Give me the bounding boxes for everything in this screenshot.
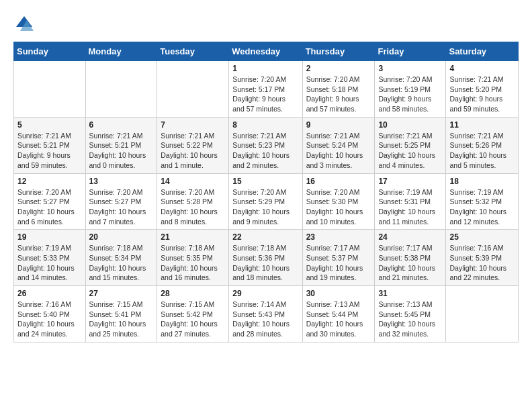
calendar-week-1: 1Sunrise: 7:20 AM Sunset: 5:17 PM Daylig… — [14, 61, 519, 118]
calendar-day-3: 3Sunrise: 7:20 AM Sunset: 5:19 PM Daylig… — [375, 61, 446, 118]
day-number: 6 — [89, 120, 154, 130]
day-number: 16 — [306, 177, 371, 186]
calendar-day-15: 15Sunrise: 7:20 AM Sunset: 5:29 PM Dayli… — [229, 173, 302, 230]
calendar-day-23: 23Sunrise: 7:17 AM Sunset: 5:37 PM Dayli… — [302, 230, 375, 286]
calendar-day-19: 19Sunrise: 7:19 AM Sunset: 5:33 PM Dayli… — [14, 230, 86, 286]
day-number: 25 — [449, 232, 515, 242]
calendar-empty-cell — [446, 286, 519, 342]
day-info: Sunrise: 7:18 AM Sunset: 5:34 PM Dayligh… — [89, 243, 154, 283]
day-info: Sunrise: 7:20 AM Sunset: 5:19 PM Dayligh… — [378, 75, 442, 114]
day-number: 13 — [89, 177, 154, 186]
calendar-day-27: 27Sunrise: 7:15 AM Sunset: 5:41 PM Dayli… — [85, 286, 157, 342]
day-info: Sunrise: 7:14 AM Sunset: 5:43 PM Dayligh… — [232, 300, 298, 339]
calendar-day-18: 18Sunrise: 7:19 AM Sunset: 5:32 PM Dayli… — [446, 173, 519, 230]
calendar-day-17: 17Sunrise: 7:19 AM Sunset: 5:31 PM Dayli… — [375, 173, 446, 230]
day-info: Sunrise: 7:17 AM Sunset: 5:37 PM Dayligh… — [306, 243, 371, 283]
day-number: 29 — [232, 289, 298, 298]
day-info: Sunrise: 7:21 AM Sunset: 5:24 PM Dayligh… — [306, 131, 371, 171]
calendar-day-4: 4Sunrise: 7:21 AM Sunset: 5:20 PM Daylig… — [446, 61, 519, 118]
day-info: Sunrise: 7:20 AM Sunset: 5:17 PM Dayligh… — [232, 75, 298, 114]
weekday-header-tuesday: Tuesday — [157, 42, 229, 61]
calendar-day-6: 6Sunrise: 7:21 AM Sunset: 5:21 PM Daylig… — [85, 117, 157, 173]
day-info: Sunrise: 7:20 AM Sunset: 5:29 PM Dayligh… — [232, 187, 298, 227]
calendar-week-4: 19Sunrise: 7:19 AM Sunset: 5:33 PM Dayli… — [14, 230, 519, 286]
day-number: 14 — [161, 177, 225, 186]
day-info: Sunrise: 7:20 AM Sunset: 5:27 PM Dayligh… — [89, 187, 154, 227]
day-number: 9 — [306, 120, 371, 130]
day-info: Sunrise: 7:21 AM Sunset: 5:26 PM Dayligh… — [449, 131, 515, 171]
day-info: Sunrise: 7:15 AM Sunset: 5:42 PM Dayligh… — [161, 300, 225, 339]
weekday-header-thursday: Thursday — [302, 42, 375, 61]
day-number: 21 — [161, 232, 225, 242]
weekday-header-saturday: Saturday — [446, 42, 519, 61]
calendar-empty-cell — [157, 61, 229, 118]
calendar-day-29: 29Sunrise: 7:14 AM Sunset: 5:43 PM Dayli… — [229, 286, 302, 342]
day-info: Sunrise: 7:20 AM Sunset: 5:28 PM Dayligh… — [161, 187, 225, 227]
day-info: Sunrise: 7:19 AM Sunset: 5:33 PM Dayligh… — [17, 243, 82, 283]
day-number: 23 — [306, 232, 371, 242]
day-info: Sunrise: 7:21 AM Sunset: 5:21 PM Dayligh… — [17, 131, 82, 171]
calendar-day-30: 30Sunrise: 7:13 AM Sunset: 5:44 PM Dayli… — [302, 286, 375, 342]
day-number: 2 — [306, 64, 371, 73]
calendar-table: SundayMondayTuesdayWednesdayThursdayFrid… — [13, 42, 519, 342]
logo — [13, 13, 38, 35]
day-info: Sunrise: 7:21 AM Sunset: 5:25 PM Dayligh… — [378, 131, 442, 171]
weekday-header-sunday: Sunday — [14, 42, 86, 61]
day-number: 7 — [161, 120, 225, 130]
calendar-day-5: 5Sunrise: 7:21 AM Sunset: 5:21 PM Daylig… — [14, 117, 86, 173]
day-number: 27 — [89, 289, 154, 298]
day-number: 5 — [17, 120, 82, 130]
day-info: Sunrise: 7:18 AM Sunset: 5:35 PM Dayligh… — [161, 243, 225, 283]
calendar-week-2: 5Sunrise: 7:21 AM Sunset: 5:21 PM Daylig… — [14, 117, 519, 173]
calendar-day-24: 24Sunrise: 7:17 AM Sunset: 5:38 PM Dayli… — [375, 230, 446, 286]
day-info: Sunrise: 7:16 AM Sunset: 5:39 PM Dayligh… — [449, 243, 515, 283]
day-number: 30 — [306, 289, 371, 298]
day-info: Sunrise: 7:15 AM Sunset: 5:41 PM Dayligh… — [89, 300, 154, 339]
day-number: 10 — [378, 120, 442, 130]
weekday-header-row: SundayMondayTuesdayWednesdayThursdayFrid… — [14, 42, 519, 61]
day-number: 4 — [449, 64, 515, 73]
day-info: Sunrise: 7:17 AM Sunset: 5:38 PM Dayligh… — [378, 243, 442, 283]
day-number: 19 — [17, 232, 82, 242]
weekday-header-wednesday: Wednesday — [229, 42, 302, 61]
calendar-day-16: 16Sunrise: 7:20 AM Sunset: 5:30 PM Dayli… — [302, 173, 375, 230]
calendar-empty-cell — [14, 61, 86, 118]
calendar-day-28: 28Sunrise: 7:15 AM Sunset: 5:42 PM Dayli… — [157, 286, 229, 342]
day-info: Sunrise: 7:13 AM Sunset: 5:45 PM Dayligh… — [378, 300, 442, 339]
day-info: Sunrise: 7:21 AM Sunset: 5:23 PM Dayligh… — [232, 131, 298, 171]
day-number: 8 — [232, 120, 298, 130]
calendar-day-25: 25Sunrise: 7:16 AM Sunset: 5:39 PM Dayli… — [446, 230, 519, 286]
day-info: Sunrise: 7:20 AM Sunset: 5:27 PM Dayligh… — [17, 187, 82, 227]
calendar-week-5: 26Sunrise: 7:16 AM Sunset: 5:40 PM Dayli… — [14, 286, 519, 342]
calendar-day-21: 21Sunrise: 7:18 AM Sunset: 5:35 PM Dayli… — [157, 230, 229, 286]
calendar-day-11: 11Sunrise: 7:21 AM Sunset: 5:26 PM Dayli… — [446, 117, 519, 173]
day-number: 31 — [378, 289, 442, 298]
calendar-day-20: 20Sunrise: 7:18 AM Sunset: 5:34 PM Dayli… — [85, 230, 157, 286]
day-number: 20 — [89, 232, 154, 242]
day-info: Sunrise: 7:20 AM Sunset: 5:30 PM Dayligh… — [306, 187, 371, 227]
day-info: Sunrise: 7:19 AM Sunset: 5:32 PM Dayligh… — [449, 187, 515, 227]
weekday-header-monday: Monday — [85, 42, 157, 61]
day-info: Sunrise: 7:21 AM Sunset: 5:20 PM Dayligh… — [449, 75, 515, 114]
day-info: Sunrise: 7:19 AM Sunset: 5:31 PM Dayligh… — [378, 187, 442, 227]
weekday-header-friday: Friday — [375, 42, 446, 61]
calendar-day-2: 2Sunrise: 7:20 AM Sunset: 5:18 PM Daylig… — [302, 61, 375, 118]
calendar-day-12: 12Sunrise: 7:20 AM Sunset: 5:27 PM Dayli… — [14, 173, 86, 230]
day-info: Sunrise: 7:18 AM Sunset: 5:36 PM Dayligh… — [232, 243, 298, 283]
day-number: 11 — [449, 120, 515, 130]
calendar-day-14: 14Sunrise: 7:20 AM Sunset: 5:28 PM Dayli… — [157, 173, 229, 230]
day-info: Sunrise: 7:21 AM Sunset: 5:22 PM Dayligh… — [161, 131, 225, 171]
calendar-day-8: 8Sunrise: 7:21 AM Sunset: 5:23 PM Daylig… — [229, 117, 302, 173]
day-info: Sunrise: 7:13 AM Sunset: 5:44 PM Dayligh… — [306, 300, 371, 339]
day-info: Sunrise: 7:20 AM Sunset: 5:18 PM Dayligh… — [306, 75, 371, 114]
day-number: 3 — [378, 64, 442, 73]
day-number: 17 — [378, 177, 442, 186]
day-number: 22 — [232, 232, 298, 242]
day-number: 15 — [232, 177, 298, 186]
calendar-day-1: 1Sunrise: 7:20 AM Sunset: 5:17 PM Daylig… — [229, 61, 302, 118]
calendar-day-13: 13Sunrise: 7:20 AM Sunset: 5:27 PM Dayli… — [85, 173, 157, 230]
day-info: Sunrise: 7:16 AM Sunset: 5:40 PM Dayligh… — [17, 300, 82, 339]
calendar-day-10: 10Sunrise: 7:21 AM Sunset: 5:25 PM Dayli… — [375, 117, 446, 173]
header — [13, 11, 519, 35]
day-number: 12 — [17, 177, 82, 186]
